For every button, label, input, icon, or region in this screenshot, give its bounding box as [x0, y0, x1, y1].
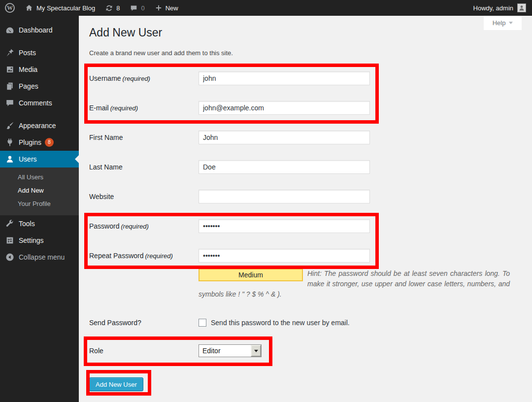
sidebar-item-label: Dashboard [19, 26, 53, 34]
password-required-note: (required) [121, 223, 148, 230]
email-label: E-mail [89, 104, 109, 112]
form-row-website: Website [89, 182, 522, 211]
pin-icon [5, 48, 15, 58]
submenu-item-label: All Users [18, 173, 43, 181]
form-row-username: Username(required) [89, 64, 522, 93]
menu-separator [0, 111, 79, 117]
sidebar-item-media[interactable]: Media [0, 61, 79, 78]
password-input[interactable] [199, 219, 370, 233]
sidebar-item-label: Users [19, 155, 37, 163]
sidebar-item-label: Tools [19, 220, 35, 228]
appearance-brush-icon [5, 121, 15, 131]
form-row-password: Password(required) [89, 211, 522, 241]
last-name-label: Last Name [89, 163, 123, 171]
submenu-item-label: Your Profile [18, 200, 51, 207]
repeat-password-label: Repeat Password [89, 252, 144, 260]
sidebar-item-settings[interactable]: Settings [0, 232, 79, 249]
website-label: Website [89, 193, 114, 201]
plugin-icon [5, 137, 15, 147]
admin-bar: W My Spectacular Blog 8 0 New Howdy, adm… [0, 0, 532, 16]
sidebar-item-label: Appearance [19, 122, 56, 130]
dashboard-icon [5, 25, 15, 35]
help-button[interactable]: Help [484, 16, 522, 30]
sidebar-item-label: Plugins [19, 138, 41, 146]
sidebar-item-appearance[interactable]: Appearance [0, 117, 79, 134]
form-row-repeat-password: Repeat Password(required) [89, 241, 522, 270]
repeat-password-input[interactable] [199, 249, 370, 263]
first-name-label: First Name [89, 134, 123, 141]
wordpress-logo-icon: W [5, 3, 15, 13]
username-label: Username [89, 74, 121, 82]
sidebar-item-users[interactable]: Users [0, 151, 79, 168]
username-input[interactable] [199, 71, 370, 85]
caret-down-icon [254, 350, 258, 354]
username-required-note: (required) [123, 75, 150, 82]
website-input[interactable] [199, 190, 370, 203]
last-name-input[interactable] [199, 160, 370, 174]
sidebar-item-plugins[interactable]: Plugins 8 [0, 134, 79, 151]
updates-link[interactable]: 8 [100, 0, 125, 16]
sidebar-item-label: Comments [19, 99, 52, 107]
role-select-value: Editor [202, 347, 221, 355]
send-password-label: Send Password? [89, 319, 141, 327]
plus-icon [155, 4, 163, 12]
howdy-text: Howdy, admin [473, 4, 513, 12]
form-row-first-name: First Name [89, 123, 522, 152]
comment-bubble-icon [130, 4, 138, 12]
form-row-role: Role Editor [89, 337, 522, 365]
avatar[interactable] [517, 3, 526, 12]
users-submenu: All Users Add New Your Profile [0, 168, 79, 215]
submenu-item-add-new[interactable]: Add New [0, 184, 79, 197]
submenu-item-all-users[interactable]: All Users [0, 170, 79, 184]
comment-count: 0 [141, 4, 144, 12]
role-select[interactable]: Editor [199, 344, 262, 357]
send-password-checkbox[interactable] [199, 319, 206, 327]
home-icon [25, 3, 33, 12]
form-row-last-name: Last Name [89, 152, 522, 182]
settings-sliders-icon [5, 235, 15, 245]
howdy-account-menu[interactable]: Howdy, admin [468, 4, 513, 12]
sidebar-item-tools[interactable]: Tools [0, 215, 79, 232]
menu-separator [0, 38, 79, 44]
pages-icon [5, 81, 15, 91]
add-user-form: Username(required) E-mail(required) Firs… [89, 64, 522, 391]
password-label: Password [89, 222, 119, 230]
email-input[interactable] [199, 101, 370, 115]
add-new-user-button[interactable]: Add New User [89, 377, 143, 391]
sidebar-item-comments[interactable]: Comments [0, 95, 79, 111]
sidebar-item-posts[interactable]: Posts [0, 44, 79, 61]
password-hint-row: Medium Hint: The password should be at l… [199, 268, 510, 300]
first-name-input[interactable] [199, 131, 370, 144]
site-name-link[interactable]: My Spectacular Blog [20, 0, 100, 16]
wordpress-logo-button[interactable]: W [0, 0, 20, 16]
update-count: 8 [116, 4, 120, 12]
form-row-send-password: Send Password? Send this password to the… [89, 314, 522, 331]
submenu-item-your-profile[interactable]: Your Profile [0, 197, 79, 210]
media-icon [5, 65, 15, 74]
form-row-email: E-mail(required) [89, 93, 522, 123]
comments-icon [5, 98, 15, 108]
sidebar-item-label: Pages [19, 82, 38, 90]
main-content: Help Add New User Create a brand new use… [79, 16, 532, 402]
update-icon [105, 4, 113, 12]
send-password-checkbox-label[interactable]: Send this password to the new user by em… [211, 319, 350, 327]
role-select-arrow-button[interactable] [251, 345, 261, 357]
collapse-arrow-icon [5, 252, 15, 262]
page-description: Create a brand new user and add them to … [89, 49, 522, 57]
password-strength-meter: Medium [199, 268, 303, 281]
role-label: Role [89, 347, 103, 355]
users-icon [5, 154, 15, 164]
comments-link[interactable]: 0 [125, 0, 149, 16]
plugins-update-badge: 8 [45, 138, 54, 147]
sidebar-item-dashboard[interactable]: Dashboard [0, 22, 79, 38]
sidebar-item-label: Posts [19, 49, 36, 57]
help-label: Help [493, 19, 506, 27]
sidebar-item-pages[interactable]: Pages [0, 78, 79, 95]
tools-wrench-icon [5, 219, 15, 229]
sidebar-item-collapse-menu[interactable]: Collapse menu [0, 249, 79, 266]
new-content-button[interactable]: New [150, 0, 183, 16]
submenu-item-label: Add New [18, 187, 44, 194]
email-required-note: (required) [110, 104, 138, 112]
admin-sidebar: Dashboard Posts Media Pages Comments [0, 16, 79, 402]
submit-row: Add New User [89, 377, 522, 391]
